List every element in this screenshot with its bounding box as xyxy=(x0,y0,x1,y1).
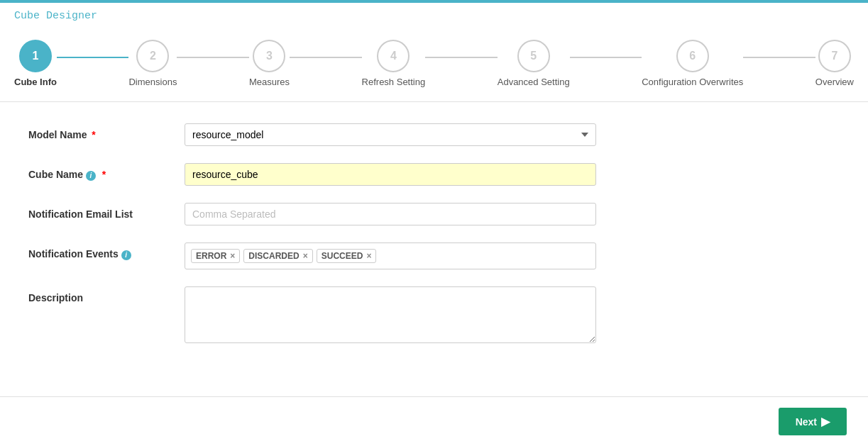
description-label: Description xyxy=(28,286,185,303)
model-name-select[interactable]: resource_model xyxy=(185,123,596,146)
step-connector-3-4 xyxy=(290,57,362,58)
description-control xyxy=(185,286,596,345)
step-item-5[interactable]: 5 Advanced Setting xyxy=(498,40,570,87)
cube-name-row: Cube Name i * xyxy=(28,163,840,186)
step-circle-2[interactable]: 2 xyxy=(136,40,169,72)
step-item-2[interactable]: 2 Dimensions xyxy=(128,40,177,87)
tag-succeed-remove[interactable]: × xyxy=(366,252,371,260)
step-label-1: Cube Info xyxy=(14,77,57,87)
page-title: Cube Designer xyxy=(14,10,854,22)
tag-discarded-remove[interactable]: × xyxy=(303,252,308,260)
step-label-7: Overview xyxy=(815,77,854,87)
tag-error-remove[interactable]: × xyxy=(230,252,235,260)
step-circle-3[interactable]: 3 xyxy=(253,40,285,72)
notification-events-label: Notification Events i xyxy=(28,242,185,260)
step-connector-6-7 xyxy=(743,57,815,58)
notification-events-row: Notification Events i ERROR × DISCARDED … xyxy=(28,242,840,269)
next-button-label: Next xyxy=(796,416,817,428)
step-connector-2-3 xyxy=(177,57,249,58)
cube-name-label: Cube Name i * xyxy=(28,163,185,181)
step-circle-4[interactable]: 4 xyxy=(377,40,410,72)
tag-succeed: SUCCEED × xyxy=(317,249,377,263)
step-circle-1[interactable]: 1 xyxy=(19,40,52,72)
next-button-arrow: ▶ xyxy=(821,415,830,428)
step-connector-5-6 xyxy=(570,57,642,58)
form-area: Model Name * resource_model Cube Name i … xyxy=(0,102,868,384)
description-textarea[interactable] xyxy=(185,286,596,343)
step-label-4: Refresh Setting xyxy=(362,77,426,87)
stepper: 1 Cube Info 2 Dimensions 3 Measures 4 xyxy=(0,33,868,102)
step-connector-4-5 xyxy=(425,57,498,58)
cube-name-input[interactable] xyxy=(185,163,596,186)
step-label-6: Configuration Overwrites xyxy=(642,77,743,87)
step-item-1[interactable]: 1 Cube Info xyxy=(14,40,57,87)
cube-name-control xyxy=(185,163,596,186)
tag-error-label: ERROR xyxy=(196,251,226,261)
model-name-label: Model Name * xyxy=(28,123,185,140)
notification-events-control: ERROR × DISCARDED × SUCCEED × xyxy=(185,242,596,269)
tag-error: ERROR × xyxy=(191,249,240,263)
step-label-3: Measures xyxy=(249,77,290,87)
notification-email-row: Notification Email List xyxy=(28,203,840,225)
next-button[interactable]: Next ▶ xyxy=(779,408,847,435)
page-wrapper: Cube Designer 1 Cube Info 2 Dimensions 3… xyxy=(0,0,868,446)
step-item-6[interactable]: 6 Configuration Overwrites xyxy=(642,40,743,87)
model-name-row: Model Name * resource_model xyxy=(28,123,840,146)
model-name-required: * xyxy=(92,129,95,140)
step-label-2: Dimensions xyxy=(128,77,177,87)
step-item-3[interactable]: 3 Measures xyxy=(249,40,290,87)
step-label-5: Advanced Setting xyxy=(498,77,570,87)
step-item-7[interactable]: 7 Overview xyxy=(815,40,854,87)
notification-email-control xyxy=(185,203,596,225)
notification-email-label: Notification Email List xyxy=(28,203,185,220)
notification-events-tags-input[interactable]: ERROR × DISCARDED × SUCCEED × xyxy=(185,242,596,269)
notification-events-info-icon[interactable]: i xyxy=(121,250,131,260)
header: Cube Designer xyxy=(0,3,868,22)
cube-name-info-icon[interactable]: i xyxy=(86,171,96,181)
step-circle-7[interactable]: 7 xyxy=(818,40,851,72)
tag-discarded-label: DISCARDED xyxy=(248,251,299,261)
tag-succeed-label: SUCCEED xyxy=(322,251,363,261)
step-circle-5[interactable]: 5 xyxy=(517,40,550,72)
step-connector-1-2 xyxy=(57,57,129,58)
step-item-4[interactable]: 4 Refresh Setting xyxy=(362,40,426,87)
model-name-control: resource_model xyxy=(185,123,596,146)
tag-discarded: DISCARDED × xyxy=(243,249,312,263)
cube-name-required: * xyxy=(102,169,106,180)
bottom-action-bar: Next ▶ xyxy=(0,396,868,446)
notification-email-input[interactable] xyxy=(185,203,596,225)
step-circle-6[interactable]: 6 xyxy=(676,40,709,72)
description-row: Description xyxy=(28,286,840,345)
